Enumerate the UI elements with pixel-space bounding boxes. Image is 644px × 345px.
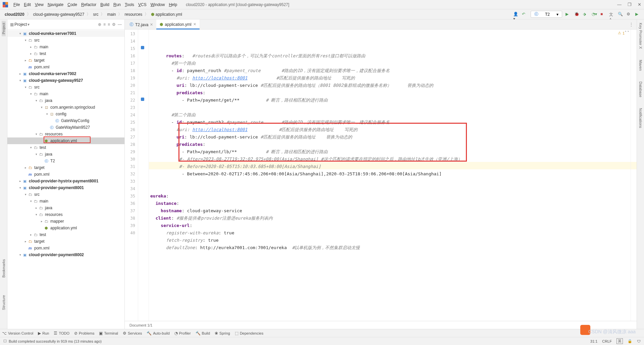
code-line[interactable]: predicates: bbox=[150, 89, 629, 97]
code-line[interactable]: - id: payment_routh #payment_route #路由的I… bbox=[150, 67, 629, 74]
tree-arrow-icon[interactable]: ▾ bbox=[18, 32, 22, 35]
tree-row[interactable]: ▸🗀test bbox=[7, 50, 124, 57]
tree-arrow-icon[interactable]: ▾ bbox=[34, 213, 38, 216]
database-tab[interactable]: Database bbox=[639, 79, 643, 99]
tool-services[interactable]: ⚙Services bbox=[123, 331, 142, 336]
tree-row[interactable]: ▾🗀src bbox=[7, 191, 124, 198]
breakpoint-marker[interactable] bbox=[141, 46, 144, 49]
menu-refactor[interactable]: Refactor bbox=[79, 2, 98, 8]
tree-arrow-icon[interactable]: ▾ bbox=[45, 112, 49, 116]
menu-edit[interactable]: Edit bbox=[22, 2, 33, 8]
tree-arrow-icon[interactable]: ▸ bbox=[40, 220, 44, 223]
tree-arrow-icon[interactable]: ▾ bbox=[18, 79, 22, 82]
tree-arrow-icon[interactable]: ▾ bbox=[29, 92, 33, 96]
more-run-icon[interactable]: ▶ bbox=[635, 12, 641, 17]
tree-arrow-icon[interactable]: ▸ bbox=[18, 72, 22, 75]
close-icon[interactable]: ✕ bbox=[193, 22, 196, 26]
warning-indicator[interactable]: ⚠ 1 bbox=[618, 31, 625, 35]
tree-row[interactable]: ▾🗀main bbox=[7, 198, 124, 205]
tree-arrow-icon[interactable]: ▸ bbox=[23, 240, 28, 243]
tree-arrow-icon[interactable]: ▾ bbox=[34, 99, 38, 102]
menu-run[interactable]: Run bbox=[111, 2, 123, 8]
users-icon[interactable]: 👤▾ bbox=[513, 12, 519, 17]
menu-tools[interactable]: Tools bbox=[123, 2, 136, 8]
bookmarks-tool-tab[interactable]: Bookmarks bbox=[2, 257, 6, 280]
back-arrow-icon[interactable]: ↶ bbox=[522, 12, 527, 17]
breadcrumb-item[interactable]: resources bbox=[123, 11, 144, 17]
code-line[interactable] bbox=[150, 178, 629, 185]
code-line[interactable]: uri: lb://cloud-payment-service #匹配后提供服务… bbox=[150, 82, 629, 89]
menu-vcs[interactable]: VCS bbox=[136, 2, 149, 8]
tree-arrow-icon[interactable]: ▾ bbox=[40, 106, 44, 109]
breadcrumb-item[interactable]: cloud2020 bbox=[3, 11, 26, 17]
code-content[interactable]: routes: #routes表示可以路由多个，可以为某个controller里… bbox=[149, 30, 631, 321]
code-fold-chevrons[interactable]: ˄˅ bbox=[625, 31, 629, 35]
code-line[interactable]: service-url: bbox=[150, 222, 629, 229]
tree-row[interactable]: ⓒGateWayConfig bbox=[7, 117, 124, 124]
tree-arrow-icon[interactable]: ▸ bbox=[29, 52, 33, 55]
collapse-icon[interactable]: ≡ bbox=[108, 22, 110, 27]
lock-icon[interactable]: 🔒 bbox=[628, 339, 632, 343]
tree-arrow-icon[interactable]: ▾ bbox=[34, 153, 38, 156]
debug-button-icon[interactable]: 🐞 bbox=[574, 12, 580, 17]
tree-arrow-icon[interactable]: ▾ bbox=[29, 146, 33, 149]
tree-arrow-icon[interactable]: ▸ bbox=[23, 166, 28, 169]
code-line[interactable]: - Path=/payment/get/** # 断言，路径相匹配的进行路由 bbox=[150, 97, 629, 104]
tree-row[interactable]: ▾▣cloud-gateway-gateway9527 bbox=[7, 77, 124, 84]
tree-row[interactable]: ▾⊡config bbox=[7, 111, 124, 117]
code-line[interactable] bbox=[150, 185, 629, 192]
tree-row[interactable]: ▾🗀java bbox=[7, 97, 124, 104]
tree-row[interactable]: ▾▣cloud-provider-payment8002 bbox=[7, 251, 124, 258]
code-line[interactable]: defaultZone: http://eureka7001.com:7001/… bbox=[150, 244, 629, 251]
breadcrumb-item[interactable]: main bbox=[106, 11, 117, 17]
tree-row[interactable]: ▾▣cloud-provider-payment8001 bbox=[7, 184, 124, 191]
search-icon[interactable]: 🔍 bbox=[618, 12, 623, 17]
tree-row[interactable]: ⬢application.yml bbox=[7, 225, 124, 231]
tree-row[interactable]: ▾🗀main bbox=[7, 91, 124, 97]
tree-row[interactable]: mpom.xml bbox=[7, 171, 124, 178]
tool-todo[interactable]: ☰TODO bbox=[54, 331, 69, 336]
code-line[interactable]: client: #服务提供者provider注册进eureka服务列表内 bbox=[150, 215, 629, 222]
tree-row[interactable]: ▸🗀target bbox=[7, 57, 124, 64]
tree-arrow-icon[interactable]: ▾ bbox=[23, 85, 28, 89]
menu-build[interactable]: Build bbox=[98, 2, 111, 8]
line-sep[interactable]: CRLF bbox=[602, 339, 612, 343]
editor-body[interactable]: 1314151617181920212223242526272829303132… bbox=[125, 30, 637, 321]
coverage-icon[interactable]: ⬗ bbox=[583, 12, 588, 17]
tool-spring[interactable]: ❀Spring bbox=[215, 331, 230, 336]
cursor-position[interactable]: 31:1 bbox=[590, 339, 597, 343]
breakpoint-gutter[interactable] bbox=[138, 30, 149, 321]
breadcrumb-item[interactable]: src bbox=[92, 11, 100, 17]
shield-icon[interactable]: 🛡 bbox=[637, 339, 641, 343]
tree-arrow-icon[interactable]: ▾ bbox=[23, 193, 28, 196]
tree-row[interactable]: ⓒT2 bbox=[7, 158, 124, 164]
menu-navigate[interactable]: Navigate bbox=[46, 2, 65, 8]
key-promoter-tab[interactable]: Key Promoter X bbox=[639, 21, 643, 51]
tree-arrow-icon[interactable]: ▾ bbox=[23, 39, 28, 42]
code-line[interactable] bbox=[150, 251, 629, 259]
project-tree[interactable]: ▾▣cloud-eureka-server7001▾🗀src▸🗀main▸🗀te… bbox=[7, 30, 124, 329]
tree-row[interactable]: ▾🗀src bbox=[7, 37, 124, 44]
maximize-button[interactable]: ❐ bbox=[628, 2, 632, 7]
expand-icon[interactable]: ≡ bbox=[103, 22, 106, 27]
tree-arrow-icon[interactable]: ▾ bbox=[34, 132, 38, 136]
close-button[interactable]: ✕ bbox=[638, 2, 641, 7]
maven-tab[interactable]: Maven bbox=[639, 58, 643, 73]
minimize-button[interactable]: — bbox=[617, 2, 622, 7]
tree-row[interactable]: ▸🗀target bbox=[7, 164, 124, 171]
code-line[interactable]: eureka: bbox=[150, 192, 629, 200]
tree-arrow-icon[interactable]: ▸ bbox=[34, 206, 38, 210]
tree-row[interactable]: ▸🗀java bbox=[7, 205, 124, 211]
notifications-tab[interactable]: Notifications bbox=[639, 106, 643, 130]
menu-code[interactable]: Code bbox=[65, 2, 79, 8]
tree-row[interactable]: ▾⊡com.angenin.springcloud bbox=[7, 104, 124, 111]
tool-auto-build[interactable]: 🔨Auto-build bbox=[147, 331, 170, 336]
editor-inspection-strip[interactable] bbox=[631, 30, 637, 321]
tree-row[interactable]: ▸🗀main bbox=[7, 44, 124, 50]
stop-button-icon[interactable]: ■ bbox=[600, 12, 606, 17]
tree-row[interactable]: ▸🗀target bbox=[7, 238, 124, 245]
tree-arrow-icon[interactable]: ▾ bbox=[18, 253, 22, 256]
project-panel-title[interactable]: ▦ Project ▾ bbox=[10, 22, 30, 27]
tree-row[interactable]: ▸🗀mapper bbox=[7, 218, 124, 225]
code-line[interactable]: hostname: cloud-gateway-service bbox=[150, 207, 629, 215]
